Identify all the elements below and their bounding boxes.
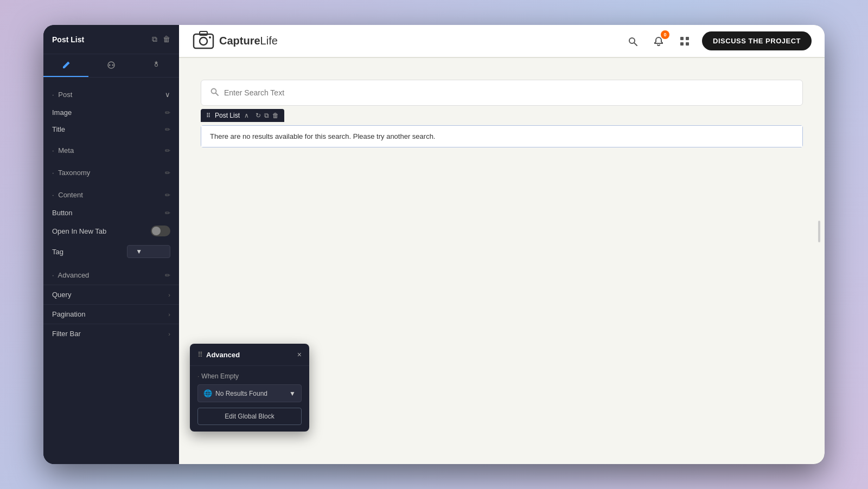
sidebar-item-query[interactable]: Query › — [43, 285, 179, 304]
trash-icon[interactable]: 🗑 — [272, 112, 279, 119]
globe-icon: 🌐 — [203, 389, 212, 397]
edit-icon-content: ✏ — [165, 191, 170, 199]
close-icon[interactable]: × — [297, 350, 302, 359]
edit-icon-meta: ✏ — [165, 147, 170, 155]
chevron-right-icon-filter-bar: › — [168, 331, 170, 337]
main-content: CaptureLife 0 DISCUSS THE PROJECT — [179, 25, 825, 464]
section-taxonomy: · Taxonomy ✏ — [43, 160, 179, 182]
logo-icon — [192, 30, 215, 53]
advanced-popup: ⠿ Advanced × · When Empty 🌐 No Results F… — [190, 344, 309, 432]
navbar-right: 0 DISCUSS THE PROJECT — [624, 31, 812, 50]
svg-rect-11 — [686, 37, 689, 40]
copy-icon[interactable]: ⧉ — [264, 112, 269, 119]
post-list-toolbar-actions: ↻ ⧉ 🗑 — [256, 112, 279, 119]
sidebar-title: Post List — [52, 35, 84, 44]
sidebar-item-button[interactable]: Button ✏ — [43, 204, 179, 221]
section-content: · Content ✏ — [43, 182, 179, 204]
advanced-popup-title: ⠿ Advanced — [197, 351, 240, 359]
tag-row: Tag ▼ — [43, 241, 179, 262]
navbar: CaptureLife 0 DISCUSS THE PROJECT — [179, 25, 825, 57]
search-icon — [210, 87, 219, 98]
svg-line-15 — [216, 93, 219, 96]
taxonomy-section-header[interactable]: · Taxonomy ✏ — [52, 165, 170, 180]
sidebar: Post List ⧉ 🗑 · Post ∨ — [43, 25, 179, 464]
post-section-header[interactable]: · Post ∨ — [52, 87, 170, 102]
navbar-logo: CaptureLife — [192, 30, 278, 53]
sidebar-tabs — [43, 54, 179, 78]
edit-icon-taxonomy: ✏ — [165, 169, 170, 177]
advanced-popup-header: ⠿ Advanced × — [190, 344, 309, 366]
sidebar-content: · Post ∨ Image ✏ Title ✏ · Meta ✏ — [43, 78, 179, 464]
content-section-header[interactable]: · Content ✏ — [52, 188, 170, 202]
advanced-section-header[interactable]: · Advanced ✏ — [52, 268, 170, 282]
sidebar-header: Post List ⧉ 🗑 — [43, 25, 179, 54]
sidebar-item-image[interactable]: Image ✏ — [43, 104, 179, 121]
tab-edit[interactable] — [43, 54, 88, 77]
when-empty-dropdown[interactable]: 🌐 No Results Found ▼ — [197, 384, 302, 402]
sidebar-item-pagination[interactable]: Pagination › — [43, 304, 179, 324]
sidebar-header-icons: ⧉ 🗑 — [152, 35, 170, 44]
chevron-down-icon-dropdown: ▼ — [289, 390, 296, 397]
tag-select[interactable]: ▼ — [127, 245, 170, 258]
tab-style[interactable] — [88, 54, 133, 77]
post-list-block: There are no results available for this … — [201, 125, 803, 147]
drag-handle-popup-icon: ⠿ — [197, 351, 203, 359]
refresh-icon[interactable]: ↻ — [256, 112, 261, 119]
search-input[interactable] — [224, 88, 794, 97]
post-list-toolbar-label: Post List — [215, 112, 240, 119]
sidebar-item-title[interactable]: Title ✏ — [43, 121, 179, 138]
notification-badge: 0 — [661, 30, 669, 39]
search-button[interactable] — [624, 33, 641, 50]
section-post: · Post ∨ — [43, 82, 179, 104]
open-in-new-tab-row: Open In New Tab — [43, 221, 179, 241]
open-in-new-tab-toggle[interactable] — [151, 226, 170, 236]
advanced-popup-body: · When Empty 🌐 No Results Found ▼ Edit G… — [190, 366, 309, 432]
tab-settings[interactable] — [134, 54, 179, 77]
svg-point-1 — [108, 65, 110, 66]
svg-point-7 — [209, 36, 211, 38]
scroll-indicator — [818, 221, 820, 242]
drag-handle-icon: ⠿ — [206, 112, 210, 119]
sidebar-item-filter-bar[interactable]: Filter Bar › — [43, 324, 179, 343]
chevron-right-icon-pagination: › — [168, 311, 170, 318]
edit-icon-image: ✏ — [165, 109, 170, 117]
grid-icon-button[interactable] — [676, 33, 693, 50]
svg-rect-3 — [192, 30, 215, 53]
search-container — [201, 80, 803, 106]
section-advanced: · Advanced ✏ — [43, 262, 179, 285]
edit-global-block-button[interactable]: Edit Global Block — [197, 408, 302, 425]
canvas-area: ⠿ Post List ∧ ↻ ⧉ 🗑 There are no results… — [179, 58, 825, 464]
post-list-toolbar: ⠿ Post List ∧ ↻ ⧉ 🗑 — [201, 109, 284, 122]
discuss-button[interactable]: DISCUSS THE PROJECT — [702, 31, 812, 50]
edit-icon-advanced: ✏ — [165, 272, 170, 279]
toggle-knob — [152, 227, 161, 235]
no-results-message: There are no results available for this … — [210, 132, 436, 140]
logo-text: CaptureLife — [219, 35, 278, 47]
post-list-wrapper: ⠿ Post List ∧ ↻ ⧉ 🗑 There are no results… — [201, 125, 803, 147]
section-meta: · Meta ✏ — [43, 138, 179, 160]
delete-icon[interactable]: 🗑 — [163, 35, 170, 44]
chevron-down-icon: ∨ — [165, 91, 170, 99]
edit-icon-title: ✏ — [165, 126, 170, 133]
svg-line-9 — [634, 43, 637, 46]
notification-button[interactable]: 0 — [650, 33, 667, 50]
when-empty-label: · When Empty — [197, 372, 302, 380]
svg-rect-13 — [686, 42, 689, 46]
svg-rect-10 — [680, 37, 684, 40]
chevron-down-icon: ▼ — [136, 248, 142, 255]
copy-icon[interactable]: ⧉ — [152, 35, 157, 44]
post-list-content: There are no results available for this … — [201, 126, 802, 147]
chevron-right-icon-query: › — [168, 292, 170, 298]
svg-point-2 — [112, 65, 113, 66]
chevron-up-icon: ∧ — [244, 112, 249, 119]
meta-section-header[interactable]: · Meta ✏ — [52, 143, 170, 158]
edit-icon-button: ✏ — [165, 209, 170, 217]
svg-rect-12 — [680, 42, 684, 46]
